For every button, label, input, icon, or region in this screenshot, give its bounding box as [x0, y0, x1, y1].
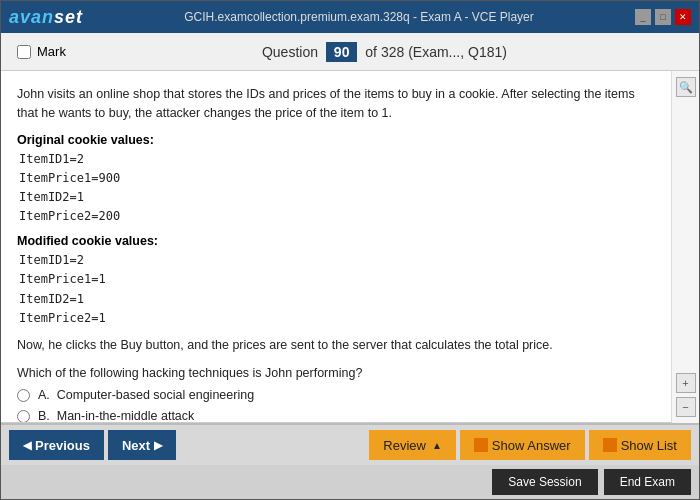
choice-item-a: A. Computer-based social engineering: [17, 388, 655, 402]
choice-radio-a[interactable]: [17, 389, 30, 402]
logo: avanset: [9, 7, 83, 28]
show-list-icon: [603, 438, 617, 452]
choices-list: A. Computer-based social engineering B. …: [17, 388, 655, 423]
previous-label: Previous: [35, 438, 90, 453]
original-cookie-values: ItemID1=2ItemPrice1=900ItemID2=1ItemPric…: [19, 150, 655, 227]
title-bar-controls: _ □ ✕: [635, 9, 691, 25]
review-arrow-icon: ▲: [432, 440, 442, 451]
prev-arrow-icon: ◀: [23, 439, 31, 452]
question-header: Mark Question 90 of 328 (Exam..., Q181): [1, 33, 699, 71]
choices-intro: Now, he clicks the Buy button, and the p…: [17, 338, 655, 380]
close-button[interactable]: ✕: [675, 9, 691, 25]
title-bar-left: avanset: [9, 7, 83, 28]
show-answer-icon: [474, 438, 488, 452]
zoom-out-button[interactable]: −: [676, 397, 696, 417]
modified-cookie-section: Modified cookie values: ItemID1=2ItemPri…: [17, 234, 655, 328]
next-arrow-icon: ▶: [154, 439, 162, 452]
choice-item-b: B. Man-in-the-middle attack: [17, 409, 655, 423]
modified-cookie-label: Modified cookie values:: [17, 234, 655, 248]
mark-label[interactable]: Mark: [17, 44, 66, 59]
original-cookie-section: Original cookie values: ItemID1=2ItemPri…: [17, 133, 655, 227]
bottom-toolbar: ◀ Previous Next ▶ Review ▲ Show Answer S…: [1, 423, 699, 465]
save-session-label: Save Session: [508, 475, 581, 489]
bottom-toolbar2: Save Session End Exam: [1, 465, 699, 499]
maximize-button[interactable]: □: [655, 9, 671, 25]
question-with-sidebar: John visits an online shop that stores t…: [1, 71, 699, 423]
title-bar: avanset GCIH.examcollection.premium.exam…: [1, 1, 699, 33]
search-icon-button[interactable]: 🔍: [676, 77, 696, 97]
review-label: Review: [383, 438, 426, 453]
end-exam-button[interactable]: End Exam: [604, 469, 691, 495]
choice-radio-b[interactable]: [17, 410, 30, 423]
zoom-in-button[interactable]: +: [676, 373, 696, 393]
choice-label-a: A. Computer-based social engineering: [38, 388, 254, 402]
question-of-label: of 328 (Exam..., Q181): [365, 44, 507, 60]
question-number-area: Question 90 of 328 (Exam..., Q181): [86, 42, 683, 62]
next-label: Next: [122, 438, 150, 453]
question-label: Question: [262, 44, 318, 60]
minimize-button[interactable]: _: [635, 9, 651, 25]
next-button[interactable]: Next ▶: [108, 430, 176, 460]
choice-label-b: B. Man-in-the-middle attack: [38, 409, 194, 423]
question-number-box: 90: [326, 42, 358, 62]
show-answer-label: Show Answer: [492, 438, 571, 453]
show-list-label: Show List: [621, 438, 677, 453]
main-window: avanset GCIH.examcollection.premium.exam…: [0, 0, 700, 500]
mark-checkbox[interactable]: [17, 45, 31, 59]
save-session-button[interactable]: Save Session: [492, 469, 597, 495]
title-bar-title: GCIH.examcollection.premium.exam.328q - …: [83, 10, 635, 24]
modified-cookie-values: ItemID1=2ItemPrice1=1ItemID2=1ItemPrice2…: [19, 251, 655, 328]
show-answer-button[interactable]: Show Answer: [460, 430, 585, 460]
question-text: John visits an online shop that stores t…: [17, 85, 655, 123]
show-list-button[interactable]: Show List: [589, 430, 691, 460]
original-cookie-label: Original cookie values:: [17, 133, 655, 147]
sidebar-icons: 🔍 + −: [671, 71, 699, 423]
review-button[interactable]: Review ▲: [369, 430, 456, 460]
question-body: John visits an online shop that stores t…: [1, 71, 671, 423]
end-exam-label: End Exam: [620, 475, 675, 489]
previous-button[interactable]: ◀ Previous: [9, 430, 104, 460]
